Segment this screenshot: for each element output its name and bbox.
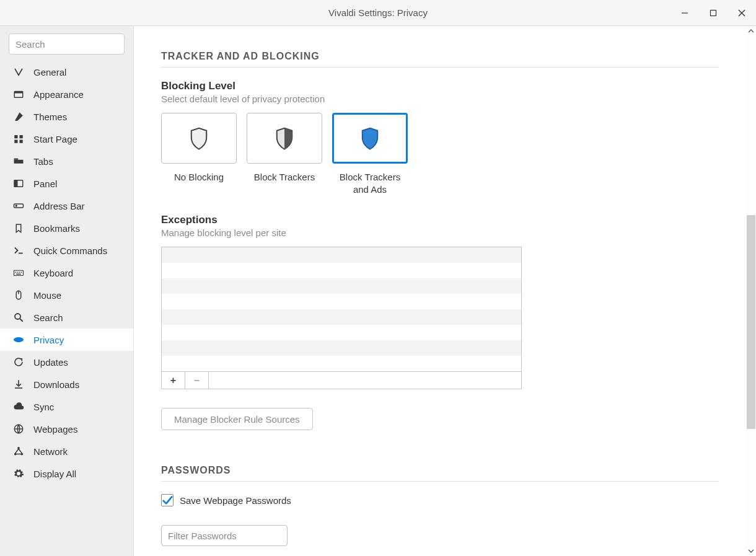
list-item[interactable] (162, 278, 521, 294)
list-item[interactable] (162, 340, 521, 356)
sidebar-item-label: Address Bar (33, 201, 85, 211)
refresh-icon (12, 356, 25, 368)
maximize-button[interactable] (699, 0, 727, 26)
list-item[interactable] (162, 263, 521, 278)
sidebar-item-downloads[interactable]: Downloads (0, 373, 133, 395)
svg-rect-20 (19, 272, 20, 273)
blocking-option-ads[interactable] (332, 113, 408, 164)
blocking-level-options: No Blocking Block Trackers Block Tracker… (161, 113, 719, 195)
remove-exception-button[interactable]: − (185, 372, 209, 389)
filter-passwords-input[interactable] (161, 525, 288, 546)
sidebar-item-keyboard[interactable]: Keyboard (0, 262, 133, 284)
scrollbar[interactable] (746, 26, 756, 556)
sidebar-item-address-bar[interactable]: Address Bar (0, 195, 133, 217)
blocking-option-trackers[interactable] (247, 113, 322, 164)
exceptions-desc: Manage blocking level per site (161, 227, 719, 238)
sidebar-nav: General Appearance Themes Start Page Tab… (0, 61, 133, 485)
blocking-level-desc: Select default level of privacy protecti… (161, 94, 719, 104)
panel-icon (12, 177, 25, 190)
close-button[interactable] (727, 0, 756, 26)
list-item[interactable] (162, 309, 521, 325)
search-input[interactable] (9, 33, 125, 55)
sidebar-item-label: Sync (33, 402, 54, 412)
sidebar-item-label: Privacy (33, 335, 64, 345)
sidebar-item-bookmarks[interactable]: Bookmarks (0, 217, 133, 239)
passwords-heading: PASSWORDS (161, 465, 719, 476)
svg-rect-19 (17, 272, 19, 273)
shield-outline-icon (188, 126, 209, 150)
sidebar-item-label: Network (33, 446, 68, 457)
list-item[interactable] (162, 325, 521, 340)
sidebar-item-webpages[interactable]: Webpages (0, 418, 133, 440)
sidebar-item-display-all[interactable]: Display All (0, 462, 133, 485)
window-title: Vivaldi Settings: Privacy (328, 7, 428, 18)
window-controls (670, 0, 756, 26)
sidebar-item-sync[interactable]: Sync (0, 395, 133, 418)
save-passwords-label: Save Webpage Passwords (180, 495, 291, 506)
checkbox-icon (161, 494, 174, 506)
sidebar-item-label: Mouse (33, 290, 61, 301)
sidebar-item-privacy[interactable]: Privacy (0, 329, 133, 351)
scrollbar-thumb[interactable] (747, 215, 755, 429)
scroll-up-icon[interactable] (746, 26, 756, 36)
list-item[interactable] (162, 294, 521, 309)
sidebar-item-label: Search (33, 312, 63, 323)
settings-content[interactable]: TRACKER AND AD BLOCKING Blocking Level S… (134, 26, 756, 556)
exceptions-toolbar: + − (162, 371, 521, 389)
svg-point-15 (15, 205, 17, 206)
sidebar-item-mouse[interactable]: Mouse (0, 284, 133, 306)
search-icon (12, 311, 25, 324)
sidebar-item-label: Updates (33, 357, 68, 368)
sidebar-item-quick-commands[interactable]: Quick Commands (0, 239, 133, 262)
sidebar-item-start-page[interactable]: Start Page (0, 128, 133, 150)
brush-icon (12, 110, 25, 123)
svg-rect-8 (14, 140, 17, 143)
scroll-down-icon[interactable] (746, 546, 756, 556)
sidebar-item-search[interactable]: Search (0, 306, 133, 329)
addressbar-icon (12, 200, 25, 212)
svg-line-26 (20, 319, 23, 322)
sidebar-item-tabs[interactable]: Tabs (0, 150, 133, 172)
sidebar-item-label: Panel (33, 179, 57, 189)
sidebar-item-updates[interactable]: Updates (0, 351, 133, 373)
sidebar-item-themes[interactable]: Themes (0, 105, 133, 128)
manage-sources-button[interactable]: Manage Blocker Rule Sources (161, 408, 313, 430)
sidebar-item-label: Themes (33, 112, 67, 122)
svg-rect-17 (14, 270, 24, 275)
svg-rect-13 (14, 180, 17, 187)
exceptions-box: + − (161, 247, 522, 389)
list-item[interactable] (162, 247, 521, 263)
sidebar-item-network[interactable]: Network (0, 440, 133, 462)
list-item[interactable] (162, 356, 521, 371)
svg-rect-7 (20, 135, 23, 138)
prompt-icon (12, 244, 25, 257)
download-icon (12, 378, 25, 391)
blocking-option-none[interactable] (161, 113, 237, 164)
sidebar-item-appearance[interactable]: Appearance (0, 83, 133, 105)
eye-icon (12, 333, 25, 346)
add-exception-button[interactable]: + (162, 372, 185, 389)
network-icon (12, 445, 25, 457)
svg-rect-9 (20, 140, 23, 143)
sidebar-item-label: General (33, 67, 66, 77)
svg-point-30 (14, 453, 17, 456)
minimize-button[interactable] (670, 0, 699, 26)
blocking-level-title: Blocking Level (161, 80, 719, 92)
svg-rect-22 (16, 274, 21, 275)
exceptions-list[interactable] (162, 247, 521, 371)
sidebar-item-general[interactable]: General (0, 61, 133, 83)
blocking-option-label: No Blocking (161, 171, 237, 183)
mouse-icon (12, 289, 25, 301)
grid-icon (12, 133, 25, 145)
shield-half-icon (274, 126, 295, 150)
sidebar: General Appearance Themes Start Page Tab… (0, 26, 134, 556)
svg-rect-5 (14, 92, 23, 94)
save-passwords-checkbox[interactable]: Save Webpage Passwords (161, 494, 719, 506)
sidebar-item-label: Tabs (33, 156, 53, 167)
sidebar-item-label: Quick Commands (33, 245, 107, 256)
sidebar-item-label: Display All (33, 469, 76, 479)
exceptions-title: Exceptions (161, 214, 719, 226)
sidebar-item-panel[interactable]: Panel (0, 172, 133, 195)
divider (161, 481, 719, 482)
sidebar-item-label: Webpages (33, 424, 77, 435)
